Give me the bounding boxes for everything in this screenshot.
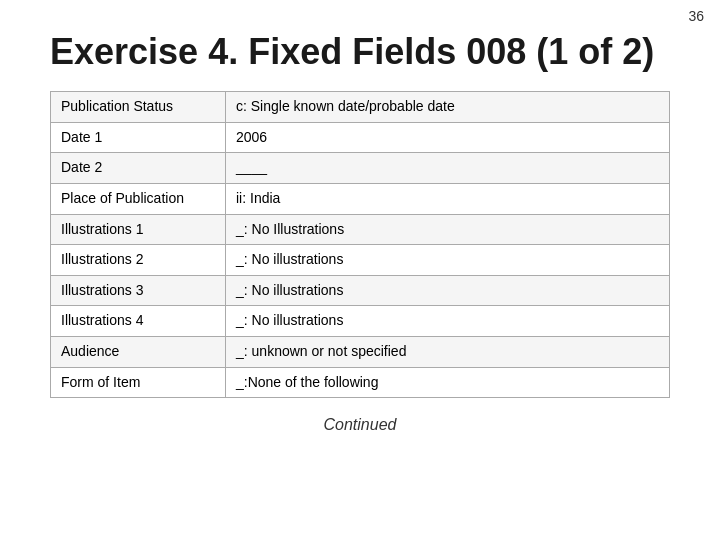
row-value: _: No Illustrations (226, 214, 670, 245)
continued-label: Continued (50, 416, 670, 434)
slide-content: Exercise 4. Fixed Fields 008 (1 of 2) Pu… (0, 0, 720, 454)
row-label: Place of Publication (51, 183, 226, 214)
table-row: Audience_: unknown or not specified (51, 336, 670, 367)
row-value: _: No illustrations (226, 275, 670, 306)
row-label: Date 1 (51, 122, 226, 153)
table-row: Illustrations 2_: No illustrations (51, 245, 670, 276)
row-value: c: Single known date/probable date (226, 92, 670, 123)
row-label: Publication Status (51, 92, 226, 123)
row-label: Form of Item (51, 367, 226, 398)
row-value: ii: India (226, 183, 670, 214)
table-row: Illustrations 3_: No illustrations (51, 275, 670, 306)
row-label: Illustrations 4 (51, 306, 226, 337)
table-row: Illustrations 1_: No Illustrations (51, 214, 670, 245)
table-row: Illustrations 4_: No illustrations (51, 306, 670, 337)
row-label: Date 2 (51, 153, 226, 184)
page-number: 36 (688, 8, 704, 24)
fixed-fields-table: Publication Statusc: Single known date/p… (50, 91, 670, 398)
slide-title: Exercise 4. Fixed Fields 008 (1 of 2) (50, 30, 670, 73)
row-value: 2006 (226, 122, 670, 153)
table-row: Publication Statusc: Single known date/p… (51, 92, 670, 123)
table-row: Date 12006 (51, 122, 670, 153)
row-value: _:None of the following (226, 367, 670, 398)
row-label: Illustrations 2 (51, 245, 226, 276)
row-value: _: unknown or not specified (226, 336, 670, 367)
table-row: Place of Publicationii: India (51, 183, 670, 214)
row-label: Illustrations 1 (51, 214, 226, 245)
table-row: Form of Item_:None of the following (51, 367, 670, 398)
row-value: _: No illustrations (226, 245, 670, 276)
table-row: Date 2____ (51, 153, 670, 184)
row-value: ____ (226, 153, 670, 184)
row-label: Audience (51, 336, 226, 367)
row-value: _: No illustrations (226, 306, 670, 337)
row-label: Illustrations 3 (51, 275, 226, 306)
